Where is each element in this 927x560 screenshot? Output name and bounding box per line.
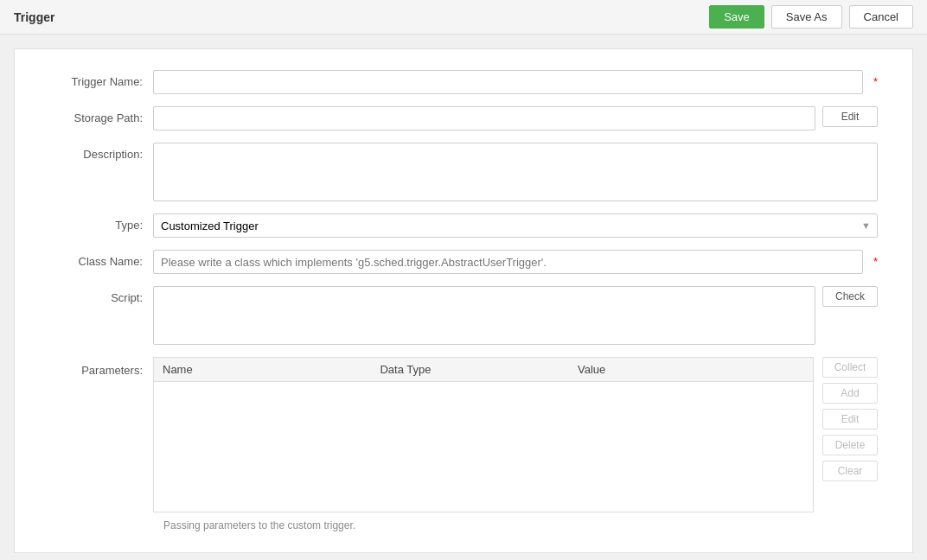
description-row: Description: — [49, 143, 878, 201]
trigger-name-required: * — [870, 70, 878, 88]
storage-path-field: Edit — [153, 106, 878, 130]
col-name: Name — [154, 358, 371, 382]
add-button[interactable]: Add — [822, 383, 878, 404]
storage-path-edit-button[interactable]: Edit — [822, 106, 878, 127]
col-value: Value — [569, 358, 813, 382]
parameters-hint: Passing parameters to the custom trigger… — [163, 519, 878, 531]
col-data-type: Data Type — [371, 358, 569, 382]
header: Trigger Save Save As Cancel — [0, 0, 927, 35]
class-name-row: Class Name: * — [49, 250, 878, 274]
parameters-section: Parameters: Name Data Type Value Col — [49, 357, 878, 512]
script-row: Script: Check — [49, 286, 878, 345]
page-title: Trigger — [14, 10, 54, 24]
trigger-name-input[interactable] — [153, 70, 863, 94]
parameters-table-header: Name Data Type Value — [154, 358, 813, 382]
type-select[interactable]: Customized Trigger — [153, 213, 878, 238]
delete-button[interactable]: Delete — [822, 435, 878, 455]
description-label: Description: — [49, 143, 153, 161]
type-label: Type: — [49, 213, 153, 232]
clear-button[interactable]: Clear — [822, 461, 878, 481]
header-buttons: Save Save As Cancel — [709, 5, 913, 29]
parameters-label: Parameters: — [49, 357, 153, 377]
save-button[interactable]: Save — [709, 5, 764, 29]
parameters-table-wrapper: Name Data Type Value — [153, 357, 814, 512]
description-input[interactable] — [153, 143, 878, 201]
description-field — [153, 143, 878, 201]
storage-path-label: Storage Path: — [49, 106, 153, 124]
class-name-label: Class Name: — [49, 250, 153, 268]
storage-path-input[interactable] — [153, 106, 815, 130]
collect-button[interactable]: Collect — [822, 357, 878, 378]
script-input[interactable] — [153, 286, 815, 345]
cancel-button[interactable]: Cancel — [849, 5, 913, 29]
trigger-name-label: Trigger Name: — [49, 70, 153, 88]
parameters-table: Name Data Type Value — [154, 358, 813, 512]
class-name-field: * — [153, 250, 878, 274]
script-label: Script: — [49, 286, 153, 304]
trigger-name-field: * — [153, 70, 878, 94]
class-name-input[interactable] — [153, 250, 863, 274]
parameters-table-body — [154, 382, 813, 512]
storage-path-row: Storage Path: Edit — [49, 106, 878, 130]
save-as-button[interactable]: Save As — [771, 5, 842, 29]
main-content: Trigger Name: * Storage Path: Edit Descr… — [14, 48, 913, 553]
edit-button[interactable]: Edit — [822, 409, 878, 430]
parameters-buttons: Collect Add Edit Delete Clear — [822, 357, 878, 481]
script-field: Check — [153, 286, 878, 345]
parameters-header-row: Name Data Type Value — [154, 358, 813, 382]
type-select-wrapper: Customized Trigger ▼ — [153, 213, 878, 238]
trigger-name-row: Trigger Name: * — [49, 70, 878, 94]
parameters-content: Name Data Type Value Collect Add Edit De… — [153, 357, 878, 512]
check-button[interactable]: Check — [822, 286, 878, 307]
type-row: Type: Customized Trigger ▼ — [49, 213, 878, 238]
class-name-required: * — [870, 250, 878, 268]
type-field: Customized Trigger ▼ — [153, 213, 878, 238]
